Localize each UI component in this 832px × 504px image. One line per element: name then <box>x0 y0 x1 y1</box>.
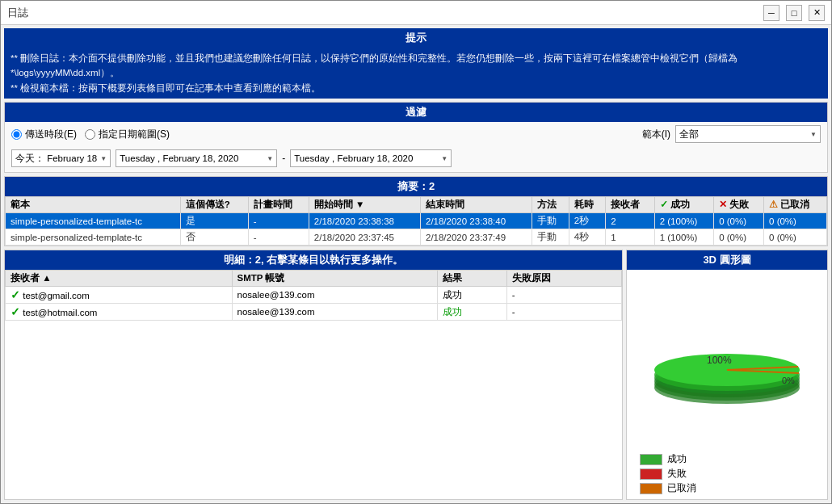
close-button[interactable]: ✕ <box>809 5 825 21</box>
window-title: 日誌 <box>7 6 28 20</box>
summary-header-row: 範本 這個傳送? 計畫時間 開始時間 ▼ 結束時間 方法 耗時 接收者 ✓ 成功… <box>6 197 827 213</box>
detail-col-reason: 失敗原因 <box>506 271 621 287</box>
legend-cancel-color <box>640 483 662 494</box>
date-from-value: Tuesday , February 18, 2020 <box>120 153 238 163</box>
detail-recipient-0: ✓ test@gmail.com <box>6 287 233 304</box>
legend-cancel-label: 已取消 <box>667 482 696 494</box>
summary-cell-0-1: 是 <box>180 213 248 229</box>
summary-cell-0-8: 2 (100%) <box>654 213 714 229</box>
summary-cell-1-3: 2/18/2020 23:37:45 <box>309 229 420 246</box>
legend-fail-color <box>640 468 662 480</box>
summary-cell-0-0: simple-personalized-template-tc <box>6 213 181 229</box>
template-value: 全部 <box>679 128 699 141</box>
date-separator: - <box>282 153 285 164</box>
chart-section: 3D 圓形圖 <box>626 250 828 500</box>
col-success: ✓ 成功 <box>654 197 714 213</box>
col-recipients: 接收者 <box>606 197 654 213</box>
summary-cell-1-8: 1 (100%) <box>654 229 714 246</box>
summary-row-1[interactable]: simple-personalized-template-tc否-2/18/20… <box>6 229 827 246</box>
summary-header: 摘要：2 <box>5 177 827 196</box>
summary-cell-0-9: 0 (0%) <box>714 213 764 229</box>
summary-cell-0-10: 0 (0%) <box>764 213 827 229</box>
tips-header: 提示 <box>4 28 828 48</box>
detail-section: 明細：2, 右擊某條目以執行更多操作。 接收者 ▲ SMTP 帳號 結果 失敗原… <box>4 250 623 500</box>
svg-text:0%: 0% <box>782 376 795 385</box>
main-window: 日誌 ─ □ ✕ 提示 ** 刪除日誌：本介面不提供刪除功能，並且我們也建議您刪… <box>0 0 832 504</box>
date-row: 今天： February 18 ▼ Tuesday , February 18,… <box>5 146 827 172</box>
filter-header: 過濾 <box>5 103 827 122</box>
today-combo-arrow: ▼ <box>100 155 107 162</box>
col-fail: ✕ 失敗 <box>714 197 764 213</box>
today-combo[interactable]: 今天： February 18 ▼ <box>11 149 111 167</box>
detail-tbody: ✓ test@gmail.comnosalee@139.com成功-✓ test… <box>6 287 622 321</box>
radio-period-label[interactable]: 傳送時段(E) <box>11 128 77 141</box>
detail-col-smtp: SMTP 帳號 <box>232 271 437 287</box>
template-combo-arrow: ▼ <box>810 131 817 138</box>
template-label: 範本(I) <box>642 128 670 141</box>
chart-body: 100% 0% <box>627 270 827 448</box>
summary-cell-1-4: 2/18/2020 23:37:49 <box>420 229 532 246</box>
detail-table: 接收者 ▲ SMTP 帳號 結果 失敗原因 ✓ test@gmail.comno… <box>5 270 622 321</box>
window-controls: ─ □ ✕ <box>763 5 825 21</box>
detail-col-recipient: 接收者 ▲ <box>6 271 233 287</box>
legend-fail-label: 失敗 <box>667 468 687 480</box>
summary-cell-1-10: 0 (0%) <box>764 229 827 246</box>
radio-group-period: 傳送時段(E) <box>11 128 77 141</box>
col-template: 範本 <box>6 197 181 213</box>
filter-section: 過濾 傳送時段(E) 指定日期範圍(S) 範本(I) <box>4 102 828 173</box>
radio-date-label[interactable]: 指定日期範圍(S) <box>85 128 170 141</box>
radio-date-text: 指定日期範圍(S) <box>99 128 170 141</box>
summary-cell-0-2: - <box>248 213 309 229</box>
date-from-combo[interactable]: Tuesday , February 18, 2020 ▼ <box>116 149 277 167</box>
detail-result-0: 成功 <box>437 287 506 304</box>
radio-date[interactable] <box>85 129 95 140</box>
minimize-button[interactable]: ─ <box>763 5 779 21</box>
tips-line1: ** 刪除日誌：本介面不提供刪除功能，並且我們也建議您刪除任何日誌，以保持它們的… <box>11 51 821 81</box>
summary-cell-0-7: 2 <box>606 213 654 229</box>
chart-legend: 成功 失敗 已取消 <box>627 448 827 499</box>
col-scheduled: 計畫時間 <box>248 197 309 213</box>
detail-col-result: 結果 <box>437 271 506 287</box>
col-duration: 耗時 <box>569 197 606 213</box>
col-method: 方法 <box>532 197 569 213</box>
summary-cell-0-5: 手動 <box>532 213 569 229</box>
tips-line2: ** 檢視範本檔：按兩下概要列表條目即可在記事本中查看到應的範本檔。 <box>11 81 821 95</box>
summary-cell-1-6: 4秒 <box>569 229 606 246</box>
col-start: 開始時間 ▼ <box>309 197 420 213</box>
detail-header-row: 接收者 ▲ SMTP 帳號 結果 失敗原因 <box>6 271 622 287</box>
pie-chart-svg: 100% 0% <box>646 307 808 412</box>
radio-group-date: 指定日期範圍(S) <box>85 128 170 141</box>
date-to-combo[interactable]: Tuesday , February 18, 2020 ▼ <box>290 149 452 167</box>
summary-cell-1-9: 0 (0%) <box>714 229 764 246</box>
detail-header: 明細：2, 右擊某條目以執行更多操作。 <box>5 250 622 270</box>
summary-section: 摘要：2 範本 這個傳送? 計畫時間 開始時間 ▼ 結束時間 方法 耗時 接收者 <box>4 176 828 246</box>
summary-tbody: simple-personalized-template-tc是-2/18/20… <box>6 213 827 246</box>
detail-reason-1: - <box>506 304 621 321</box>
summary-table: 範本 這個傳送? 計畫時間 開始時間 ▼ 結束時間 方法 耗時 接收者 ✓ 成功… <box>5 196 827 246</box>
date-to-value: Tuesday , February 18, 2020 <box>294 153 413 163</box>
legend-success-color <box>640 454 662 465</box>
legend-success: 成功 <box>640 453 814 465</box>
legend-fail: 失敗 <box>640 468 814 480</box>
col-sent: 這個傳送? <box>180 197 248 213</box>
summary-cell-0-3: 2/18/2020 23:38:38 <box>309 213 420 229</box>
detail-result-1: 成功 <box>437 304 506 321</box>
filter-body: 傳送時段(E) 指定日期範圍(S) 範本(I) 全部 ▼ <box>5 122 827 146</box>
radio-period[interactable] <box>11 129 22 140</box>
date-from-arrow: ▼ <box>267 155 273 162</box>
template-combo[interactable]: 全部 ▼ <box>675 125 821 143</box>
legend-cancel: 已取消 <box>640 482 814 494</box>
maximize-button[interactable]: □ <box>786 5 802 21</box>
detail-row-1[interactable]: ✓ test@hotmail.comnosalee@139.com成功- <box>6 304 622 321</box>
filter-right: 範本(I) 全部 ▼ <box>642 125 821 143</box>
summary-cell-1-5: 手動 <box>532 229 569 246</box>
detail-smtp-1: nosalee@139.com <box>232 304 437 321</box>
summary-cell-1-2: - <box>248 229 309 246</box>
summary-cell-0-4: 2/18/2020 23:38:40 <box>420 213 532 229</box>
summary-row-0[interactable]: simple-personalized-template-tc是-2/18/20… <box>6 213 827 229</box>
svg-text:100%: 100% <box>707 355 732 366</box>
date-to-arrow: ▼ <box>441 155 448 162</box>
radio-period-text: 傳送時段(E) <box>25 128 77 141</box>
summary-cell-1-7: 1 <box>606 229 654 246</box>
detail-row-0[interactable]: ✓ test@gmail.comnosalee@139.com成功- <box>6 287 622 304</box>
